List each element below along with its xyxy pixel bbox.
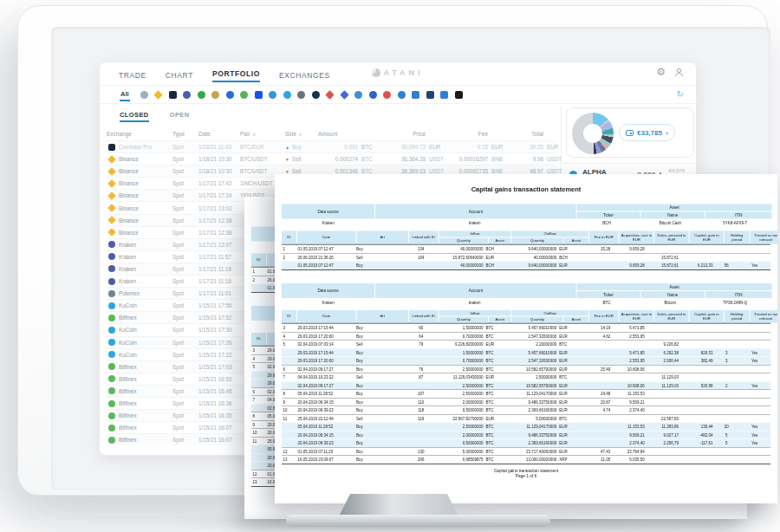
table-row: 1020.04.2019 06:39:23Buy 118 0,50000000B…: [282, 406, 770, 415]
itin-value: 5YK8-AFX9-T: [702, 219, 769, 227]
exchange-icon: [108, 302, 115, 309]
statement-section-btc: Data source Account Asset Ticker Name IT…: [282, 283, 770, 464]
top-navbar: TRADE CHART PORTFOLIO EXCHANGES ATANI ⚙: [100, 62, 696, 85]
exchange-icon: [108, 290, 115, 297]
document-footer: Capital gains transaction statement Page…: [282, 468, 770, 479]
table-row: 805.04.2019 11:28:52Buy 107 2,50000000BT…: [282, 390, 770, 399]
exchange-icon: [107, 228, 116, 237]
binance-icon[interactable]: [153, 90, 162, 99]
monitor-base: [286, 515, 550, 527]
gold-exchange-icon[interactable]: [211, 91, 219, 99]
statement-table-header: ID Date Art Linked with ID Inflow Outflo…: [282, 310, 770, 324]
red-diamond-exchange-icon[interactable]: [325, 90, 334, 99]
statement-section-bch: Data source Account Asset Ticker Name IT…: [282, 204, 770, 270]
chevron-down-icon: ▾: [666, 130, 668, 136]
bitfinex-icon[interactable]: [240, 91, 248, 99]
monitor-frame: TRADE CHART PORTFOLIO EXCHANGES ATANI ⚙ …: [17, 5, 768, 496]
statement-table-header: ID Date Art Linked with ID Inflow Outflo…: [282, 231, 770, 245]
side-arrow-icon: [285, 145, 289, 150]
poloniex-icon[interactable]: [297, 91, 305, 99]
exchange-icon: [107, 167, 116, 176]
account-value: kraken: [374, 298, 575, 306]
account-value: kraken: [374, 219, 575, 227]
red-target-exchange-icon[interactable]: [383, 91, 391, 99]
exchange-icon: [108, 241, 115, 248]
orders-table-header: Exchange Type Date Pair≡ Side≡ Amount Pr…: [107, 127, 556, 140]
cex-icon[interactable]: [269, 91, 276, 99]
data-source-value: Kraken: [282, 219, 374, 227]
table-row: 05.04.2019 11:28:52Buy 2,50000000BTC 11.…: [282, 423, 770, 431]
navy-flag-exchange-icon[interactable]: [426, 91, 434, 99]
green-exchange-icon[interactable]: [198, 91, 205, 99]
link-exchange-icon[interactable]: [140, 91, 148, 99]
exchange-icon: [108, 400, 115, 407]
statement-table: 101.05.2019 07:12:47Buy 134 40,00000000B…: [282, 244, 770, 270]
blue-flag-exchange-icon[interactable]: [412, 91, 419, 99]
statement-page-front: Capital gains transaction statement Data…: [275, 174, 777, 503]
settings-gear-icon[interactable]: ⚙: [656, 67, 666, 77]
blue-dots-exchange-icon[interactable]: [354, 91, 362, 99]
table-row[interactable]: Binance Spot 1/18/21 10:30 BTC/USDT Sell…: [107, 152, 556, 165]
side-filter-icon[interactable]: ≡: [299, 132, 302, 137]
table-row: 1125.04.2019 22:12:44Sell 119 22.567,827…: [282, 414, 770, 423]
side-arrow-icon: [285, 169, 289, 174]
user-profile-icon[interactable]: [674, 68, 684, 77]
coinbase-icon[interactable]: [255, 91, 263, 99]
side-arrow-icon: [285, 157, 289, 162]
portfolio-value-button[interactable]: €33,785 ▾: [619, 124, 675, 141]
table-row: 502.04.2019 07:03:14Sell 79 9.226,820000…: [282, 341, 770, 349]
asset-name-value: Bitcoin: [639, 298, 702, 306]
refresh-icon[interactable]: ↻: [677, 89, 684, 99]
exchange-icon: [108, 315, 115, 321]
document-title: Capital gains transaction statement: [282, 185, 770, 193]
desktop-scene: TRADE CHART PORTFOLIO EXCHANGES ATANI ⚙ …: [0, 0, 780, 532]
table-row: 29.03.2019 17:20:00Buy 0,70000000BTC 2.5…: [282, 357, 770, 366]
exchange-icon: [108, 387, 115, 394]
atani-logo: ATANI: [100, 68, 696, 77]
okex-icon[interactable]: [369, 91, 377, 99]
table-row: 01.05.2019 07:12:47Buy 40,00000000BCH 9.…: [282, 261, 770, 269]
portfolio-summary-card: €33,785 ▾: [566, 107, 694, 158]
portfolio-donut-chart: [572, 113, 614, 154]
tab-open[interactable]: OPEN: [170, 111, 190, 122]
ticker-value: BCH: [575, 219, 638, 227]
table-row: 20.04.2019 06:34:15Buy 2,00000000BTC 9.4…: [282, 431, 770, 439]
pair-filter-icon[interactable]: ≡: [253, 132, 256, 137]
bitmex-icon[interactable]: [455, 91, 463, 99]
blue-c-exchange-icon[interactable]: [398, 91, 406, 99]
blue-drop-exchange-icon[interactable]: [226, 91, 234, 99]
kraken-icon[interactable]: [183, 91, 191, 99]
kucoin-icon[interactable]: [283, 91, 291, 99]
table-row: 429.03.2019 17:20:00Buy 64 0,70000000BTC…: [282, 332, 770, 341]
exchange-icon: [107, 155, 116, 164]
blue-stack-exchange-icon[interactable]: [440, 91, 448, 99]
exchange-icon: [108, 144, 115, 151]
exchange-icon: [108, 375, 115, 382]
exchange-icon: [107, 191, 116, 200]
exchange-icon: [108, 327, 115, 334]
table-row: 29.03.2019 17:15:44Buy 1,50000000BTC 5.4…: [282, 348, 770, 357]
exchange-icon: [108, 351, 115, 358]
exchange-filter-row: All ↻: [100, 85, 696, 104]
table-row: 101.05.2019 07:12:47Buy 134 40,00000000B…: [282, 244, 770, 253]
table-row: 602.04.2019 09:17:27Buy 76 2,50000000BTC…: [282, 365, 770, 373]
blue-diamond-exchange-icon[interactable]: [340, 90, 348, 99]
ticker-value: BTC: [575, 298, 638, 306]
exchange-icon: [108, 363, 115, 370]
table-row: 1316.05.2019 23:09:07Buy 206 0,68509875B…: [282, 456, 770, 464]
atani-logo-icon: [372, 68, 380, 77]
filter-all[interactable]: All: [120, 88, 130, 101]
monitor-screen: TRADE CHART PORTFOLIO EXCHANGES ATANI ⚙ …: [51, 27, 770, 490]
coinbase-pro-icon[interactable]: [169, 91, 177, 99]
table-row: 226.06.2019 21:36:26Sell 164 15.872,6064…: [282, 253, 770, 262]
table-row[interactable]: Coinbase Pro Spot 1/18/21 11:43 BTC/EUR …: [107, 140, 556, 152]
exchange-icon: [108, 253, 115, 260]
tab-closed[interactable]: CLOSED: [120, 111, 149, 122]
exchange-icon: [108, 425, 115, 431]
dark-exchange-icon[interactable]: [312, 91, 320, 99]
asset-name-value: Bitcoin Cash: [639, 219, 702, 227]
exchange-icon: [108, 265, 115, 272]
exchange-icon: [107, 204, 116, 212]
table-row: 20.04.2019 06:39:23Buy 0,50000000BTC 2.3…: [282, 439, 770, 448]
wallet-icon: [626, 130, 634, 136]
